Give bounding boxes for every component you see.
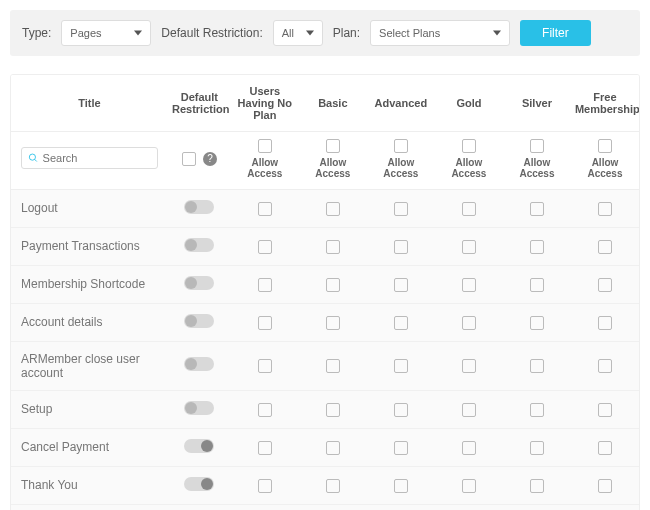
type-label: Type:: [22, 26, 51, 40]
rules-table: Title Default Restriction Users Having N…: [11, 75, 639, 510]
allow-checkbox[interactable]: [258, 479, 272, 493]
restriction-toggle[interactable]: [184, 401, 214, 415]
allow-checkbox[interactable]: [394, 278, 408, 292]
allow-checkbox[interactable]: [598, 403, 612, 417]
allow-all-free-checkbox[interactable]: [598, 139, 612, 153]
allow-checkbox[interactable]: [530, 240, 544, 254]
allow-checkbox[interactable]: [462, 240, 476, 254]
allow-checkbox[interactable]: [462, 479, 476, 493]
search-input[interactable]: [43, 152, 151, 164]
allow-label: Allow Access: [507, 157, 567, 179]
allow-checkbox[interactable]: [462, 316, 476, 330]
allow-label: Allow Access: [235, 157, 295, 179]
allow-checkbox[interactable]: [598, 316, 612, 330]
allow-checkbox[interactable]: [258, 202, 272, 216]
allow-checkbox[interactable]: [462, 359, 476, 373]
row-title: Logout: [11, 189, 168, 227]
allow-checkbox[interactable]: [598, 479, 612, 493]
allow-checkbox[interactable]: [258, 240, 272, 254]
allow-all-advanced-checkbox[interactable]: [394, 139, 408, 153]
allow-checkbox[interactable]: [462, 403, 476, 417]
restriction-toggle[interactable]: [184, 439, 214, 453]
col-users-no-plan: Users Having No Plan: [231, 75, 299, 132]
allow-checkbox[interactable]: [598, 240, 612, 254]
plan-label: Plan:: [333, 26, 360, 40]
help-icon[interactable]: ?: [203, 152, 217, 166]
allow-checkbox[interactable]: [394, 441, 408, 455]
restriction-toggle[interactable]: [184, 200, 214, 214]
col-title: Title: [11, 75, 168, 132]
restriction-toggle[interactable]: [184, 276, 214, 290]
allow-all-gold-checkbox[interactable]: [462, 139, 476, 153]
table-row: Membership Shortcode: [11, 265, 639, 303]
allow-checkbox[interactable]: [462, 441, 476, 455]
table-row: Sample Page: [11, 504, 639, 510]
allow-checkbox[interactable]: [258, 441, 272, 455]
filter-button[interactable]: Filter: [520, 20, 591, 46]
allow-checkbox[interactable]: [258, 278, 272, 292]
allow-checkbox[interactable]: [530, 316, 544, 330]
allow-checkbox[interactable]: [530, 403, 544, 417]
type-select[interactable]: Pages: [61, 20, 151, 46]
allow-label: Allow Access: [303, 157, 363, 179]
table-row: Thank You: [11, 466, 639, 504]
allow-checkbox[interactable]: [394, 359, 408, 373]
allow-checkbox[interactable]: [394, 316, 408, 330]
allow-checkbox[interactable]: [598, 359, 612, 373]
table-row: Payment Transactions: [11, 227, 639, 265]
allow-checkbox[interactable]: [258, 359, 272, 373]
allow-checkbox[interactable]: [326, 359, 340, 373]
col-plan-gold: Gold: [435, 75, 503, 132]
row-title: Setup: [11, 390, 168, 428]
allow-checkbox[interactable]: [394, 202, 408, 216]
row-title: Membership Shortcode: [11, 265, 168, 303]
allow-checkbox[interactable]: [326, 202, 340, 216]
type-select-value: Pages: [70, 27, 101, 39]
allow-checkbox[interactable]: [258, 403, 272, 417]
row-title: Account details: [11, 303, 168, 341]
restriction-toggle[interactable]: [184, 314, 214, 328]
allow-checkbox[interactable]: [326, 403, 340, 417]
allow-all-basic-checkbox[interactable]: [326, 139, 340, 153]
table-row: Cancel Payment: [11, 428, 639, 466]
allow-checkbox[interactable]: [598, 441, 612, 455]
allow-all-noplan-checkbox[interactable]: [258, 139, 272, 153]
allow-label: Allow Access: [371, 157, 431, 179]
table-row: ARMember close user account: [11, 341, 639, 390]
allow-checkbox[interactable]: [394, 240, 408, 254]
row-title: Cancel Payment: [11, 428, 168, 466]
restriction-toggle[interactable]: [184, 477, 214, 491]
allow-checkbox[interactable]: [326, 316, 340, 330]
allow-all-silver-checkbox[interactable]: [530, 139, 544, 153]
chevron-down-icon: [134, 31, 142, 36]
allow-checkbox[interactable]: [462, 278, 476, 292]
restriction-toggle[interactable]: [184, 238, 214, 252]
allow-checkbox[interactable]: [326, 441, 340, 455]
restriction-select-value: All: [282, 27, 294, 39]
allow-checkbox[interactable]: [598, 202, 612, 216]
search-input-wrap[interactable]: [21, 147, 158, 169]
restriction-select[interactable]: All: [273, 20, 323, 46]
plan-select-value: Select Plans: [379, 27, 440, 39]
allow-checkbox[interactable]: [530, 202, 544, 216]
allow-checkbox[interactable]: [394, 479, 408, 493]
select-all-restriction-checkbox[interactable]: [182, 152, 196, 166]
table-row: Setup: [11, 390, 639, 428]
plan-select[interactable]: Select Plans: [370, 20, 510, 46]
allow-checkbox[interactable]: [530, 441, 544, 455]
allow-checkbox[interactable]: [326, 479, 340, 493]
allow-checkbox[interactable]: [462, 202, 476, 216]
restriction-toggle[interactable]: [184, 357, 214, 371]
allow-checkbox[interactable]: [530, 479, 544, 493]
allow-checkbox[interactable]: [530, 278, 544, 292]
allow-checkbox[interactable]: [258, 316, 272, 330]
allow-checkbox[interactable]: [326, 240, 340, 254]
col-plan-advanced: Advanced: [367, 75, 435, 132]
row-title: Sample Page: [11, 504, 168, 510]
svg-point-0: [29, 154, 35, 160]
allow-checkbox[interactable]: [598, 278, 612, 292]
allow-checkbox[interactable]: [394, 403, 408, 417]
allow-checkbox[interactable]: [530, 359, 544, 373]
allow-checkbox[interactable]: [326, 278, 340, 292]
search-icon: [28, 152, 39, 164]
